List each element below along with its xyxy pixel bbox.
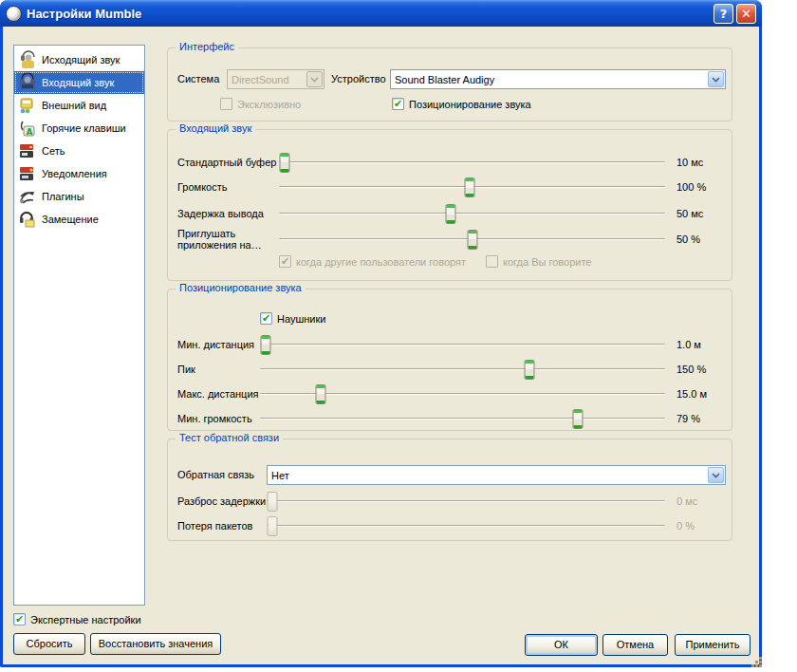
slider-row: Макс. дистанция 15.0 м [168, 382, 732, 406]
sidebar-item-incoming-audio[interactable]: Входящий звук [14, 71, 144, 94]
svg-text:A: A [27, 127, 33, 137]
slider-row: Пик 150 % [168, 357, 732, 382]
min-volume-slider[interactable] [260, 409, 665, 429]
positional-audio-checkbox-label: Позиционирование звука [409, 99, 531, 110]
mumble-app-icon [6, 6, 22, 22]
sidebar-item-outgoing-audio[interactable]: Исходящий звук [14, 48, 144, 71]
delay-variance-slider [267, 492, 665, 512]
title-bar[interactable]: Настройки Mumble ? ✕ [0, 0, 762, 27]
slider-row: Разброс задержки 0 мс [168, 489, 732, 513]
interface-group: Интерфейс Система DirectSound Устройство… [167, 47, 732, 121]
slider-row: Приглушать приложения на… 50 % [168, 227, 732, 252]
apply-button[interactable]: Применить [675, 634, 751, 656]
slider-label: Стандартный буфер [177, 157, 279, 168]
cancel-button[interactable]: Отмена [602, 634, 668, 656]
slider-thumb[interactable] [316, 384, 326, 404]
output-delay-slider[interactable] [279, 204, 665, 224]
sidebar-item-shortcuts[interactable]: A Горячие клавиши [14, 117, 144, 140]
slider-value: 0 мс [665, 495, 724, 507]
slider-value: 50 мс [665, 208, 724, 219]
expert-settings-checkbox[interactable]: ✔ Экспертные настройки [13, 613, 141, 625]
attenuate-apps-slider[interactable] [279, 230, 665, 250]
window-title: Настройки Mumble [27, 7, 711, 21]
slider-label: Задержка вывода [177, 208, 279, 219]
positional-audio-group: Позиционирование звука ✔ Наушники Мин. д… [167, 289, 732, 431]
volume-slider[interactable] [279, 177, 665, 197]
close-button[interactable]: ✕ [736, 4, 756, 24]
sidebar-item-network[interactable]: Сеть [14, 140, 144, 162]
feedback-combobox[interactable]: Нет [267, 465, 726, 485]
device-label: Устройство [331, 69, 386, 89]
exclusive-checkbox-label: Эксклюзивно [237, 99, 301, 110]
slider-value: 100 % [665, 181, 724, 193]
incoming-audio-group: Входящий звук Стандартный буфер 10 мс Гр… [167, 129, 732, 281]
incoming-audio-icon [17, 72, 38, 93]
slider-row: Потеря пакетов 0 % [168, 513, 732, 538]
loopback-test-group: Тест обратной связи Обратная связь Нет Р… [167, 439, 732, 541]
check-icon: ✔ [394, 99, 402, 109]
restore-defaults-button[interactable]: Восстановить значения [90, 633, 221, 655]
headphones-checkbox[interactable]: ✔ Наушники [260, 312, 325, 325]
attenuate-when-you-talk-label: когда Вы говорите [503, 256, 591, 268]
min-distance-slider[interactable] [260, 335, 665, 355]
check-icon: ✔ [15, 614, 24, 625]
slider-row: Громкость 100 % [168, 175, 732, 199]
slider-value: 79 % [665, 413, 724, 424]
check-icon: ✔ [262, 313, 270, 324]
slider-thumb[interactable] [446, 204, 456, 224]
slider-thumb[interactable] [573, 409, 584, 429]
slider-label: Пик [177, 364, 260, 375]
slider-thumb[interactable] [260, 335, 270, 355]
headphones-checkbox-label: Наушники [277, 313, 325, 325]
slider-value: 1.0 м [665, 339, 724, 350]
standard-buffer-slider[interactable] [279, 153, 665, 173]
sidebar-item-overlay[interactable]: Замещение [14, 208, 144, 231]
sidebar-item-notifications[interactable]: Уведомления [14, 162, 144, 185]
expert-settings-label: Экспертные настройки [30, 614, 141, 625]
slider-label: Приглушать приложения на… [177, 228, 279, 251]
slider-value: 50 % [665, 233, 724, 245]
slider-thumb[interactable] [465, 177, 475, 197]
slider-row: Стандартный буфер 10 мс [168, 150, 732, 175]
sidebar-item-plugins[interactable]: Плагины [14, 185, 144, 208]
slider-thumb [267, 492, 277, 512]
reset-button[interactable]: Сбросить [13, 633, 85, 655]
slider-label: Разброс задержки [177, 495, 267, 507]
attenuate-when-others-talk-label: когда другие пользователи говорят [296, 256, 466, 268]
slider-thumb[interactable] [467, 230, 477, 250]
plugins-icon [17, 186, 38, 207]
max-distance-slider[interactable] [260, 384, 665, 404]
slider-row: Мин. громкость 79 % [168, 406, 732, 431]
positional-audio-checkbox[interactable]: ✔ Позиционирование звука [392, 98, 531, 110]
notifications-icon [17, 163, 38, 184]
sidebar-item-label: Сеть [42, 145, 65, 157]
outgoing-audio-icon [17, 49, 38, 70]
slider-value: 0 % [665, 520, 724, 532]
slider-thumb[interactable] [279, 153, 289, 173]
ok-button[interactable]: ОК [525, 634, 598, 656]
help-button[interactable]: ? [714, 4, 733, 24]
overlay-icon [17, 209, 38, 230]
exclusive-checkbox: ✔ Эксклюзивно [220, 98, 301, 110]
settings-dialog: Настройки Mumble ? ✕ Исходящий звук Вход… [0, 0, 762, 667]
loopback-group-title: Тест обратной связи [176, 432, 283, 443]
sidebar-item-label: Внешний вид [42, 100, 106, 111]
system-label: Система [177, 69, 219, 89]
slider-row: Задержка вывода 50 мс [168, 201, 732, 226]
sidebar-item-label: Исходящий звук [42, 54, 120, 65]
resize-grip[interactable] [751, 657, 754, 660]
slider-thumb [267, 516, 277, 536]
slider-value: 10 мс [665, 157, 724, 168]
check-icon: ✔ [281, 256, 289, 267]
sidebar-item-label: Плагины [42, 191, 84, 202]
feedback-combobox-value: Нет [268, 470, 707, 481]
chevron-down-icon[interactable] [708, 71, 724, 87]
appearance-icon [17, 95, 38, 116]
sidebar-item-appearance[interactable]: Внешний вид [14, 94, 144, 117]
chevron-down-icon[interactable] [708, 467, 724, 483]
slider-thumb[interactable] [524, 360, 534, 380]
system-combobox: DirectSound [227, 69, 324, 89]
bloom-slider[interactable] [260, 360, 665, 380]
device-combobox[interactable]: Sound Blaster Audigy [390, 69, 726, 89]
slider-value: 150 % [665, 364, 724, 375]
